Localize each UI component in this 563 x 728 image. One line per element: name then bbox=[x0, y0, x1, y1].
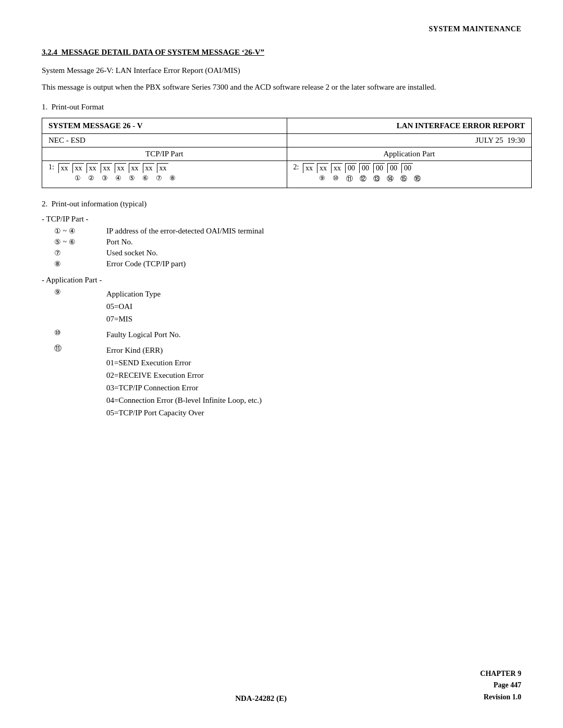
app-desc-1: Application Type05=OAI07=MIS bbox=[106, 288, 521, 325]
page-header: SYSTEM MAINTENANCE bbox=[42, 25, 521, 33]
tcp-circle-2: ⑤ ~ ⑥ bbox=[54, 238, 106, 246]
tcpip-boxes-wrapper: xx xx xx xx xx xx xx xx ① ② ③ bbox=[58, 163, 177, 182]
table-row-4: 1: xx xx xx xx xx xx xx xx bbox=[42, 161, 531, 188]
printout-info-label: 2. Print-out information (typical) bbox=[42, 200, 521, 208]
cn-14: ⑭ bbox=[385, 174, 395, 183]
app-val-2: xx bbox=[317, 163, 328, 173]
cn-7: ⑦ bbox=[154, 174, 164, 182]
tcp-desc-2: Port No. bbox=[106, 238, 521, 246]
printout-info-section: 2. Print-out information (typical) - TCP… bbox=[42, 200, 521, 419]
app-item-2: ⑩ Faulty Logical Port No. bbox=[42, 328, 521, 341]
tcpip-val-5: xx bbox=[115, 163, 126, 173]
app-val-1: xx bbox=[303, 163, 314, 173]
app-part-section: - Application Part - ⑨ Application Type0… bbox=[42, 276, 521, 419]
app-circle-2: ⑩ bbox=[54, 328, 106, 337]
table-row-3: TCP/IP Part Application Part bbox=[42, 147, 531, 161]
cn-4: ④ bbox=[114, 174, 123, 182]
tcpip-val-1: xx bbox=[58, 163, 70, 173]
cn-3: ③ bbox=[100, 174, 109, 182]
table-cell-tcpip-part: TCP/IP Part bbox=[42, 147, 287, 161]
tcpip-val-3: xx bbox=[87, 163, 98, 173]
app-label: - Application Part - bbox=[42, 276, 521, 285]
table-cell-nec-esd: NEC - ESD bbox=[42, 134, 287, 147]
app-circle-3: ⑪ bbox=[54, 344, 106, 353]
app-item-1: ⑨ Application Type05=OAI07=MIS bbox=[42, 288, 521, 325]
app-item-3: ⑪ Error Kind (ERR)01=SEND Execution Erro… bbox=[42, 344, 521, 419]
cn-13: ⑬ bbox=[372, 174, 381, 183]
header-text: SYSTEM MAINTENANCE bbox=[429, 25, 521, 33]
app-value-boxes: xx xx xx 00 00 00 00 00 bbox=[303, 163, 422, 173]
app-circle-1: ⑨ bbox=[54, 288, 106, 297]
app-val-4: 00 bbox=[345, 163, 357, 173]
page-footer: NDA-24282 (E) CHAPTER 9 Page 447 Revisio… bbox=[42, 668, 521, 703]
table-cell-app-part: Application Part bbox=[287, 147, 532, 161]
table-cell-lan-interface: LAN INTERFACE ERROR REPORT bbox=[287, 118, 532, 133]
cn-10: ⑩ bbox=[331, 174, 340, 183]
app-circle-nums: ⑨ ⑩ ⑪ ⑫ ⑬ ⑭ ⑮ ⑯ bbox=[303, 174, 422, 183]
page: SYSTEM MAINTENANCE 3.2.4 MESSAGE DETAIL … bbox=[0, 0, 563, 728]
tcpip-value-boxes: xx xx xx xx xx xx xx xx bbox=[58, 163, 177, 173]
app-val-6: 00 bbox=[373, 163, 385, 173]
table-cell-tcpip-data: 1: xx xx xx xx xx xx xx xx bbox=[42, 161, 287, 188]
cn-5: ⑤ bbox=[127, 174, 137, 182]
cn-15: ⑮ bbox=[399, 174, 408, 183]
tcpip-val-2: xx bbox=[72, 163, 84, 173]
table-row-1: SYSTEM MESSAGE 26 - V LAN INTERFACE ERRO… bbox=[42, 118, 531, 134]
tcpip-val-8: xx bbox=[157, 163, 168, 173]
tcp-item-2: ⑤ ~ ⑥ Port No. bbox=[42, 238, 521, 246]
app-boxes-wrapper: xx xx xx 00 00 00 00 00 ⑨ ⑩ ⑪ bbox=[303, 163, 422, 183]
app-desc-2: Faulty Logical Port No. bbox=[106, 328, 521, 341]
cn-8: ⑧ bbox=[168, 174, 177, 182]
tcp-circle-3: ⑦ bbox=[54, 249, 106, 257]
printout-format-label: 1. Print-out Format bbox=[42, 103, 521, 112]
tcpip-val-6: xx bbox=[129, 163, 140, 173]
tcp-desc-3: Used socket No. bbox=[106, 249, 521, 257]
tcp-desc-4: Error Code (TCP/IP part) bbox=[106, 260, 521, 268]
cn-1: ① bbox=[73, 174, 82, 182]
tcpip-circle-nums: ① ② ③ ④ ⑤ ⑥ ⑦ ⑧ bbox=[58, 174, 177, 182]
intro-line2: This message is output when the PBX soft… bbox=[42, 81, 521, 93]
tcp-item-1: ① ~ ④ IP address of the error-detected O… bbox=[42, 227, 521, 236]
footer-right: CHAPTER 9 Page 447 Revision 1.0 bbox=[480, 668, 521, 703]
footer-chapter: CHAPTER 9 bbox=[480, 668, 521, 680]
footer-revision: Revision 1.0 bbox=[480, 692, 521, 703]
tcp-item-3: ⑦ Used socket No. bbox=[42, 249, 521, 257]
tcpip-val-4: xx bbox=[101, 163, 112, 173]
table-cell-system-message: SYSTEM MESSAGE 26 - V bbox=[42, 118, 287, 133]
app-val-7: 00 bbox=[387, 163, 399, 173]
cn-9: ⑨ bbox=[317, 174, 327, 183]
row4-left-num: 1: bbox=[48, 163, 54, 171]
app-val-8: 00 bbox=[401, 163, 413, 173]
tcpip-val-7: xx bbox=[143, 163, 154, 173]
tcp-item-4: ⑧ Error Code (TCP/IP part) bbox=[42, 260, 521, 268]
table-row-2: NEC - ESD JULY 25 19:30 bbox=[42, 134, 531, 147]
row4-right-num: 2: bbox=[293, 163, 299, 171]
footer-page: Page 447 bbox=[480, 680, 521, 691]
intro-line1: System Message 26-V: LAN Interface Error… bbox=[42, 66, 521, 75]
tcp-label: - TCP/IP Part - bbox=[42, 215, 521, 224]
tcpip-data-content: 1: xx xx xx xx xx xx xx xx bbox=[48, 163, 280, 182]
cn-12: ⑫ bbox=[358, 174, 368, 183]
cn-16: ⑯ bbox=[412, 174, 422, 183]
app-val-3: xx bbox=[331, 163, 342, 173]
footer-center: NDA-24282 (E) bbox=[235, 694, 287, 703]
message-format-table: SYSTEM MESSAGE 26 - V LAN INTERFACE ERRO… bbox=[42, 118, 532, 188]
app-desc-3: Error Kind (ERR)01=SEND Execution Error0… bbox=[106, 344, 521, 419]
section-title: 3.2.4 MESSAGE DETAIL DATA OF SYSTEM MESS… bbox=[42, 48, 521, 57]
tcp-desc-1: IP address of the error-detected OAI/MIS… bbox=[106, 227, 521, 236]
table-cell-app-data: 2: xx xx xx 00 00 00 00 00 bbox=[287, 161, 532, 188]
app-data-content: 2: xx xx xx 00 00 00 00 00 bbox=[293, 163, 525, 183]
cn-2: ② bbox=[87, 174, 96, 182]
table-cell-date: JULY 25 19:30 bbox=[287, 134, 532, 147]
cn-11: ⑪ bbox=[345, 174, 354, 183]
tcp-circle-1: ① ~ ④ bbox=[54, 227, 106, 236]
tcp-circle-4: ⑧ bbox=[54, 260, 106, 268]
cn-6: ⑥ bbox=[141, 174, 150, 182]
app-val-5: 00 bbox=[359, 163, 371, 173]
